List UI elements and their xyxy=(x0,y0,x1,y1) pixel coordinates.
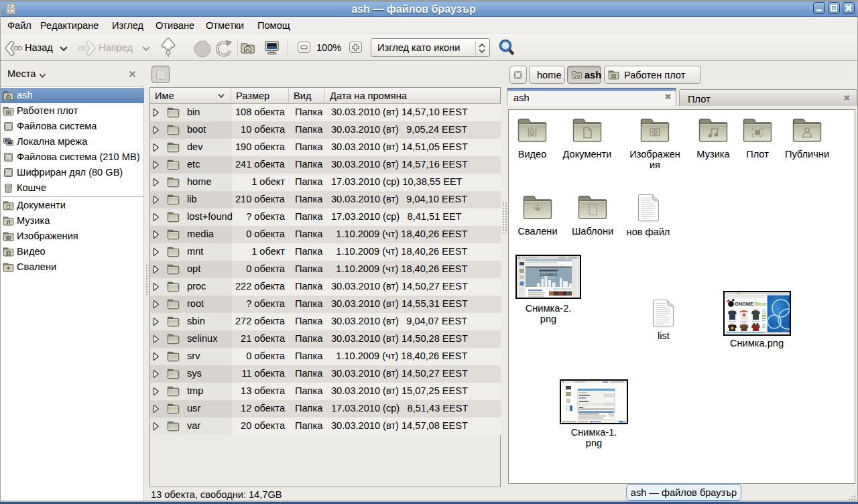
svg-text:Store: Store xyxy=(754,301,767,307)
svg-text:GNOME: GNOME xyxy=(735,301,753,307)
svg-text:GUADEC: GUADEC xyxy=(540,272,558,277)
